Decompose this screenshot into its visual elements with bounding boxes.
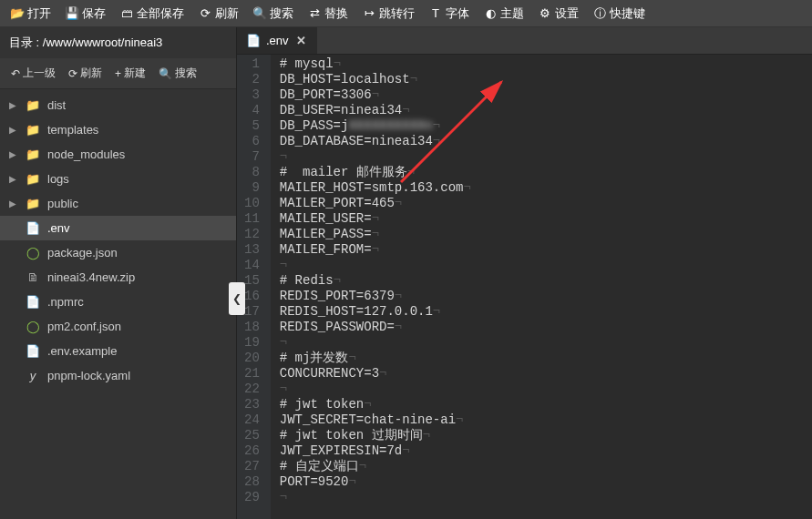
- open-button[interactable]: 📂 打开: [4, 0, 58, 27]
- sidebar-actions: ↶ 上一级 ⟳ 刷新 + 新建 🔍 搜索: [0, 58, 236, 89]
- code-line: MAILER_USER=¬: [280, 211, 812, 227]
- tab-label: .env: [266, 34, 289, 47]
- editor-body[interactable]: 1234567891011121314151617181920212223242…: [237, 55, 812, 519]
- shortcuts-label: 快捷键: [610, 5, 645, 22]
- code-line: JWT_SECRET=chat-nine-ai¬: [280, 412, 812, 428]
- new-label: 新建: [124, 66, 146, 81]
- sidebar-refresh-button[interactable]: ⟳ 刷新: [63, 62, 108, 85]
- line-number: 20: [244, 351, 260, 366]
- save-button[interactable]: 💾 保存: [58, 0, 113, 27]
- folder-icon: 📁: [26, 98, 40, 112]
- tree-file[interactable]: 📄.env: [0, 216, 236, 240]
- font-label: 字体: [446, 5, 469, 22]
- new-button[interactable]: + 新建: [109, 62, 151, 85]
- tree-item-label: pm2.conf.json: [47, 320, 121, 333]
- theme-icon: ◐: [484, 7, 497, 20]
- line-number: 12: [244, 227, 260, 242]
- tree-item-label: .env: [47, 221, 70, 235]
- tree-file[interactable]: ypnpm-lock.yaml: [0, 363, 236, 388]
- line-number: 5: [244, 118, 260, 134]
- line-number: 27: [244, 459, 260, 474]
- keyboard-icon: ⓘ: [593, 7, 606, 20]
- json-icon: ◯: [26, 320, 40, 333]
- yaml-icon: y: [26, 369, 40, 382]
- save-all-button[interactable]: 🗃 全部保存: [113, 0, 191, 27]
- tree-folder[interactable]: ▶📁public: [0, 191, 236, 216]
- sidebar: 目录 : /www/wwwroot/nineai3 ↶ 上一级 ⟳ 刷新 + 新…: [0, 27, 237, 519]
- plus-icon: +: [115, 67, 121, 80]
- code-line: ¬: [280, 382, 812, 397]
- search-icon: 🔍: [253, 7, 266, 20]
- tree-folder[interactable]: ▶📁logs: [0, 167, 236, 191]
- line-number: 4: [244, 103, 260, 118]
- line-number: 13: [244, 242, 260, 258]
- line-number: 18: [244, 320, 260, 335]
- line-number: 14: [244, 258, 260, 273]
- tree-item-label: node_modules: [47, 148, 125, 161]
- tree-folder[interactable]: ▶📁node_modules: [0, 142, 236, 167]
- line-number: 10: [244, 196, 260, 211]
- search-button[interactable]: 🔍 搜索: [246, 0, 301, 27]
- line-number: 23: [244, 397, 260, 412]
- line-number: 1: [244, 56, 260, 72]
- line-number: 25: [244, 428, 260, 443]
- line-number: 29: [244, 490, 260, 505]
- goto-button[interactable]: ↦ 跳转行: [355, 0, 422, 27]
- line-number: 22: [244, 382, 260, 397]
- tab-env[interactable]: 📄 .env ✕: [237, 27, 317, 54]
- tree-folder[interactable]: ▶📁templates: [0, 117, 236, 142]
- code-line: REDIS_PORT=6379¬: [280, 289, 812, 304]
- search-label: 搜索: [175, 66, 197, 81]
- font-button[interactable]: T 字体: [422, 0, 477, 27]
- tree-file[interactable]: 📄.env.example: [0, 339, 236, 363]
- editor-area: ❮ 📄 .env ✕ 12345678910111213141516171819…: [237, 27, 812, 519]
- settings-button[interactable]: ⚙ 设置: [531, 0, 586, 27]
- line-number: 7: [244, 149, 260, 165]
- replace-button[interactable]: ⇄ 替换: [301, 0, 355, 27]
- line-number: 28: [244, 474, 260, 490]
- line-number: 3: [244, 87, 260, 103]
- tree-item-label: .env.example: [47, 344, 117, 358]
- line-number: 17: [244, 304, 260, 320]
- folder-icon: 📁: [26, 172, 40, 186]
- line-number: 26: [244, 443, 260, 459]
- tree-file[interactable]: ◯package.json: [0, 240, 236, 265]
- shortcuts-button[interactable]: ⓘ 快捷键: [586, 0, 653, 27]
- chevron-left-icon: ❮: [232, 292, 242, 305]
- tree-folder[interactable]: ▶📁dist: [0, 93, 236, 117]
- sidebar-search-button[interactable]: 🔍 搜索: [153, 62, 202, 85]
- tree-item-label: logs: [47, 172, 69, 186]
- code-line: # Redis¬: [280, 273, 812, 289]
- code-line: ¬: [280, 149, 812, 165]
- json-icon: ◯: [26, 246, 40, 260]
- theme-button[interactable]: ◐ 主题: [477, 0, 531, 27]
- font-icon: T: [429, 7, 442, 20]
- save-label: 保存: [82, 5, 106, 22]
- replace-icon: ⇄: [308, 7, 321, 20]
- goto-label: 跳转行: [379, 5, 415, 22]
- collapse-sidebar-handle[interactable]: ❮: [229, 282, 245, 315]
- refresh-button[interactable]: ⟳ 刷新: [191, 0, 246, 27]
- top-toolbar: 📂 打开 💾 保存 🗃 全部保存 ⟳ 刷新 🔍 搜索 ⇄ 替换 ↦ 跳转行 T …: [0, 0, 812, 27]
- arrow-up-icon: ↶: [11, 67, 20, 80]
- code-line: # 自定义端口¬: [280, 459, 812, 474]
- tree-file[interactable]: ◯pm2.conf.json: [0, 314, 236, 339]
- up-level-button[interactable]: ↶ 上一级: [5, 62, 61, 85]
- code-line: JWT_EXPIRESIN=7d¬: [280, 443, 812, 459]
- tree-file[interactable]: 🗎nineai3.4new.zip: [0, 265, 236, 290]
- close-icon[interactable]: ✕: [294, 34, 308, 47]
- code-line: # jwt token¬: [280, 397, 812, 412]
- refresh-label: 刷新: [215, 5, 239, 22]
- path-value: /www/wwwroot/nineai3: [43, 36, 163, 49]
- code-line: DB_PASS=jXXXXXXXXXXn¬: [280, 118, 812, 134]
- path-label: 目录 :: [9, 36, 39, 49]
- code-line: # mj并发数¬: [280, 351, 812, 366]
- open-label: 打开: [27, 5, 51, 22]
- file-icon: 📄: [26, 295, 40, 309]
- tree-file[interactable]: 📄.npmrc: [0, 290, 236, 314]
- chevron-right-icon: ▶: [9, 149, 18, 159]
- goto-icon: ↦: [363, 7, 375, 20]
- path-bar: 目录 : /www/wwwroot/nineai3: [0, 27, 236, 58]
- code-content[interactable]: # mysql¬DB_HOST=localhost¬DB_PORT=3306¬D…: [271, 55, 812, 519]
- line-number: 19: [244, 335, 260, 351]
